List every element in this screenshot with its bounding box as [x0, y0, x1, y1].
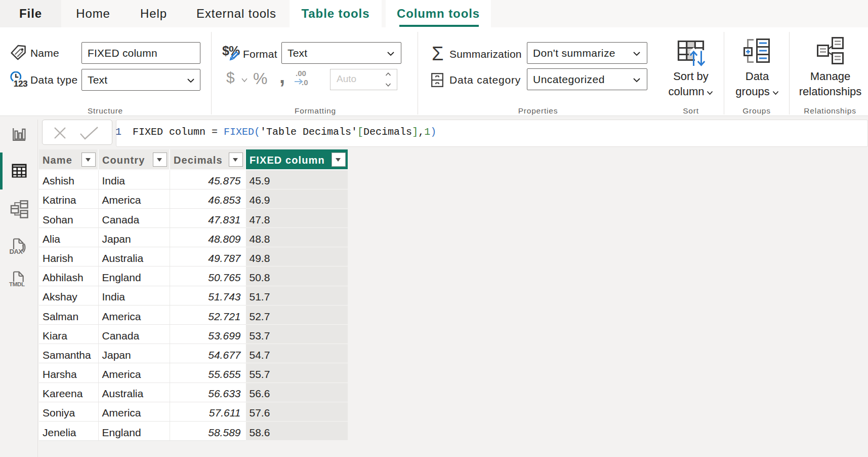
svg-text:TMDL: TMDL [9, 281, 25, 287]
svg-text:DAX: DAX [10, 248, 23, 255]
svg-text:123: 123 [14, 79, 28, 88]
